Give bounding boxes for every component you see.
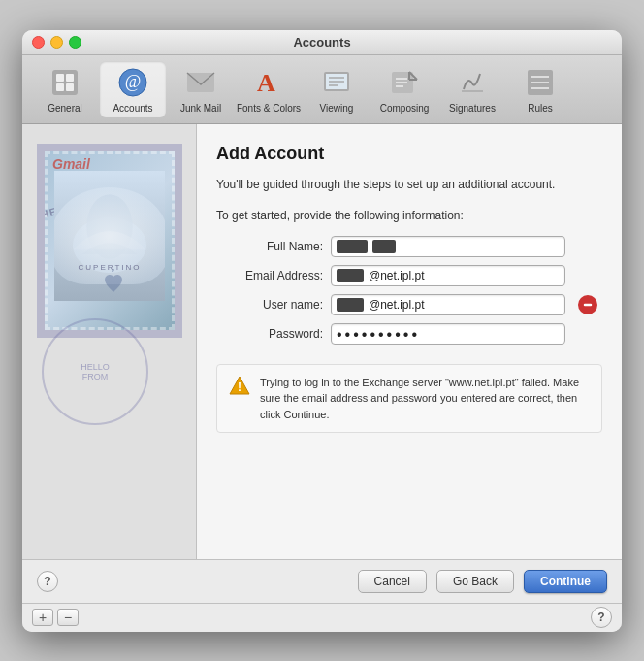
toolbar-item-signatures[interactable]: Signatures (439, 61, 505, 117)
password-input[interactable] (331, 323, 565, 345)
toolbar-item-junk-mail[interactable]: Junk Mail (168, 61, 234, 117)
email-input-wrapper: @net.ipl.pt (331, 265, 565, 286)
main-window: Accounts General @ Accounts Junk Mail A … (22, 30, 622, 632)
svg-rect-3 (56, 83, 64, 91)
signatures-icon (455, 65, 490, 100)
main-panel: Add Account You'll be guided through the… (197, 124, 622, 559)
dialog-prompt: To get started, provide the following in… (216, 209, 602, 222)
password-input-wrapper: •••••••••• (331, 323, 565, 345)
left-panel: Gmail HELLO FRO CUPERTINO (22, 124, 197, 559)
toolbar: General @ Accounts Junk Mail A Fonts & C… (22, 55, 622, 124)
general-icon (48, 65, 82, 100)
fonts-colors-label: Fonts & Colors (237, 103, 301, 114)
username-input-wrapper: @net.ipl.pt (331, 294, 565, 315)
toolbar-item-accounts[interactable]: @ Accounts (100, 61, 166, 117)
bottom-bar: ? Cancel Go Back Continue (22, 559, 622, 603)
toolbar-item-rules[interactable]: Rules (507, 61, 573, 117)
accounts-label: Accounts (113, 103, 152, 114)
minimize-button[interactable] (50, 36, 63, 49)
full-name-label: Full Name: (216, 240, 323, 253)
traffic-lights (32, 36, 81, 49)
cancel-button[interactable]: Cancel (358, 570, 427, 593)
help-button[interactable]: ? (37, 571, 58, 592)
stamp-gmail-text: Gmail (52, 156, 90, 172)
content-area: Gmail HELLO FRO CUPERTINO (22, 124, 622, 559)
password-label: Password: (216, 327, 323, 341)
composing-icon (387, 65, 422, 100)
viewing-icon (319, 65, 354, 100)
svg-rect-2 (66, 74, 74, 82)
go-back-button[interactable]: Go Back (436, 570, 514, 593)
account-list-controls: + − (32, 603, 216, 632)
maximize-button[interactable] (69, 36, 81, 49)
title-bar: Accounts (22, 30, 622, 55)
email-label: Email Address: (216, 269, 323, 282)
window-title: Accounts (293, 35, 350, 50)
fonts-colors-icon: A (251, 65, 286, 100)
svg-rect-4 (66, 83, 74, 91)
junk-mail-icon (183, 65, 218, 100)
username-input[interactable] (331, 294, 565, 315)
svg-text:@: @ (125, 72, 142, 91)
stamp-circle-seal: HELLOFROM (42, 318, 148, 425)
toolbar-item-fonts-colors[interactable]: A Fonts & Colors (236, 61, 302, 117)
toolbar-item-general[interactable]: General (32, 61, 98, 117)
svg-text:!: ! (238, 380, 242, 394)
svg-point-27 (86, 194, 133, 259)
apple-logo-stamp (98, 267, 125, 301)
username-error-icon-wrapper (573, 295, 602, 314)
full-name-input[interactable] (331, 236, 565, 257)
add-account-button[interactable]: + (32, 609, 53, 626)
rules-label: Rules (528, 103, 553, 114)
svg-rect-1 (56, 74, 64, 82)
toolbar-item-viewing[interactable]: Viewing (304, 61, 370, 117)
signatures-label: Signatures (449, 103, 496, 114)
warning-box: ! Trying to log in to the Exchange serve… (216, 364, 602, 434)
junk-mail-label: Junk Mail (180, 103, 221, 114)
username-label: User name: (216, 298, 323, 312)
full-name-input-wrapper (331, 236, 565, 257)
close-button[interactable] (32, 36, 45, 49)
form-grid: Full Name: Email Address: @net.ipl.pt (216, 236, 602, 345)
footer-help-button[interactable]: ? (591, 607, 612, 628)
warning-message: Trying to log in to the Exchange server … (260, 375, 590, 423)
rules-icon (523, 65, 558, 100)
dialog-title: Add Account (216, 144, 602, 164)
accounts-icon: @ (115, 65, 150, 100)
email-input[interactable] (331, 265, 565, 286)
composing-label: Composing (380, 103, 430, 114)
warning-triangle-icon: ! (229, 375, 250, 401)
error-icon (578, 295, 597, 314)
stamp-decoration: Gmail HELLO FRO CUPERTINO (37, 144, 182, 338)
remove-account-button[interactable]: − (57, 609, 79, 626)
toolbar-item-composing[interactable]: Composing (371, 61, 437, 117)
svg-text:A: A (257, 69, 275, 97)
dialog-description: You'll be guided through the steps to se… (216, 176, 602, 193)
viewing-label: Viewing (320, 103, 354, 114)
continue-button[interactable]: Continue (524, 570, 607, 593)
window-footer: + − ? (22, 603, 622, 632)
svg-rect-0 (52, 70, 78, 95)
general-label: General (48, 103, 82, 114)
